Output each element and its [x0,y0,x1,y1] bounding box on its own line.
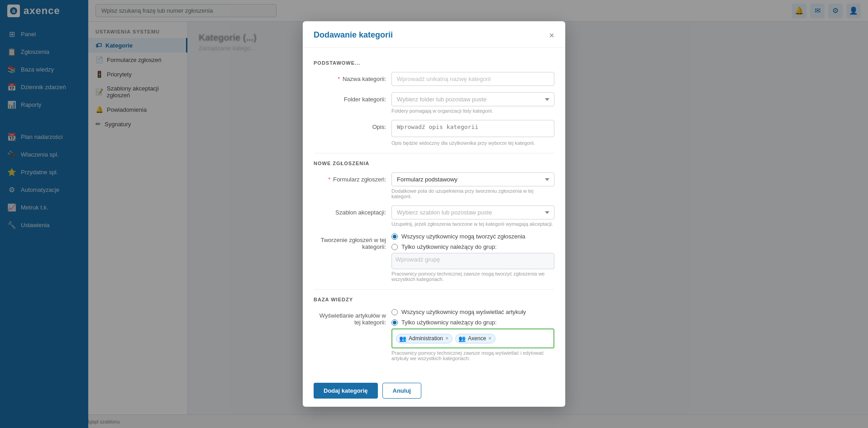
folder-select[interactable]: Wybierz folder lub pozostaw puste [391,92,554,106]
section-new-heading: NOWE ZGŁOSZENIA [314,161,554,166]
description-hint: Opis będzie widoczny dla użytkownika prz… [391,140,554,146]
field-wrap-template: Wybierz szablon lub pozostaw puste Uzupe… [391,205,554,227]
folder-hint: Foldery pomagają w organizacji listy kat… [391,108,554,114]
tag-axence-remove[interactable]: × [488,336,491,341]
tag-axence: 👥 Axence × [455,334,496,343]
tag-administration-icon: 👥 [399,335,406,342]
creation-radio-group: Wszyscy użytkownicy mogą tworzyć zgłosze… [391,233,554,250]
kb-radio-all-label: Wszyscy użytkownicy mogą wyświetlać arty… [401,309,526,315]
form-group-name: * Nazwa kategorii: [314,72,554,86]
kb-radio-group-label: Tylko użytkownicy należący do grup: [401,319,496,326]
field-wrap-folder: Wybierz folder lub pozostaw puste Folder… [391,92,554,114]
form-group-kb-display: Wyświetlanie artykułów w tej kategorii: … [314,309,554,361]
form-group-template: Szablon akceptacji: Wybierz szablon lub … [314,205,554,227]
field-label-form: * Formularz zgłoszeń: [314,172,386,183]
description-input[interactable] [391,120,554,137]
kb-radio-group-input[interactable] [391,319,398,326]
form-group-form: * Formularz zgłoszeń: Formularz podstawo… [314,172,554,199]
form-group-description: Opis: Opis będzie widoczny dla użytkowni… [314,120,554,146]
kb-display-radio-group: Wszyscy użytkownicy mogą wyświetlać arty… [391,309,554,326]
tag-axence-icon: 👥 [458,335,466,342]
tag-administration-label: Administration [409,335,443,342]
form-group-folder: Folder kategorii: Wybierz folder lub poz… [314,92,554,114]
cancel-button[interactable]: Anuluj [382,383,421,399]
section-divider-1 [314,153,554,153]
modal-header: Dodawanie kategorii × [303,21,565,48]
creation-radio-all[interactable]: Wszyscy użytkownicy mogą tworzyć zgłosze… [391,233,554,240]
kb-radio-all[interactable]: Wszyscy użytkownicy mogą wyświetlać arty… [391,309,554,315]
field-wrap-form: Formularz podstawowy Dodatkowe pola do u… [391,172,554,199]
submit-button[interactable]: Dodaj kategorię [314,383,378,399]
field-label-kb-display: Wyświetlanie artykułów w tej kategorii: [314,309,386,326]
creation-radio-group[interactable]: Tylko użytkownicy należący do grup: [391,243,554,250]
field-label-creation: Tworzenie zgłoszeń w tej kategorii: [314,233,386,250]
modal-body: PODSTAWOWE... * Nazwa kategorii: Folder … [303,48,565,376]
section-kb-heading: BAZA WIEDZY [314,297,554,302]
tag-administration-remove[interactable]: × [445,336,448,341]
modal-footer: Dodaj kategorię Anuluj [303,376,565,406]
creation-radio-group-label: Tylko użytkownicy należący do grup: [401,243,496,250]
creation-group-hint: Pracownicy pomocy technicznej zawsze mog… [391,271,554,282]
field-label-folder: Folder kategorii: [314,92,386,103]
kb-display-hint: Pracownicy pomocy technicznej zawsze mog… [391,350,554,361]
form-hint: Dodatkowe pola do uzupełnienia przy twor… [391,188,554,199]
modal-overlay[interactable]: Dodawanie kategorii × PODSTAWOWE... * Na… [0,0,868,428]
field-label-name: * Nazwa kategorii: [314,72,386,82]
kb-radio-all-input[interactable] [391,309,398,315]
creation-radio-group-input[interactable] [391,244,398,250]
form-group-creation: Tworzenie zgłoszeń w tej kategorii: Wszy… [314,233,554,282]
kb-groups-tags-box[interactable]: 👥 Administration × 👥 Axence × [391,328,554,348]
tag-administration: 👥 Administration × [396,334,453,343]
modal-close-button[interactable]: × [549,31,554,40]
template-hint: Uzupełnij, jeżeli zgłoszenia tworzone w … [391,221,554,227]
kb-radio-group[interactable]: Tylko użytkownicy należący do grup: [391,319,554,326]
category-name-input[interactable] [391,72,554,86]
creation-group-placeholder: Wprowadź grupę [396,256,440,263]
field-wrap-description: Opis będzie widoczny dla użytkownika prz… [391,120,554,146]
section-divider-2 [314,289,554,290]
field-wrap-name [391,72,554,86]
required-marker-2: * [328,176,330,183]
field-label-description: Opis: [314,120,386,130]
tag-axence-label: Axence [468,335,486,342]
add-category-modal: Dodawanie kategorii × PODSTAWOWE... * Na… [303,21,565,406]
field-label-template: Szablon akceptacji: [314,205,386,216]
creation-radio-all-input[interactable] [391,233,398,240]
field-wrap-kb-display: Wszyscy użytkownicy mogą wyświetlać arty… [391,309,554,361]
template-select[interactable]: Wybierz szablon lub pozostaw puste [391,205,554,219]
creation-radio-all-label: Wszyscy użytkownicy mogą tworzyć zgłosze… [401,233,525,240]
required-marker: * [338,76,340,82]
form-select[interactable]: Formularz podstawowy [391,172,554,186]
creation-group-input[interactable]: Wprowadź grupę [391,253,554,269]
field-wrap-creation: Wszyscy użytkownicy mogą tworzyć zgłosze… [391,233,554,282]
section-basic-heading: PODSTAWOWE... [314,60,554,66]
modal-title: Dodawanie kategorii [314,30,393,40]
